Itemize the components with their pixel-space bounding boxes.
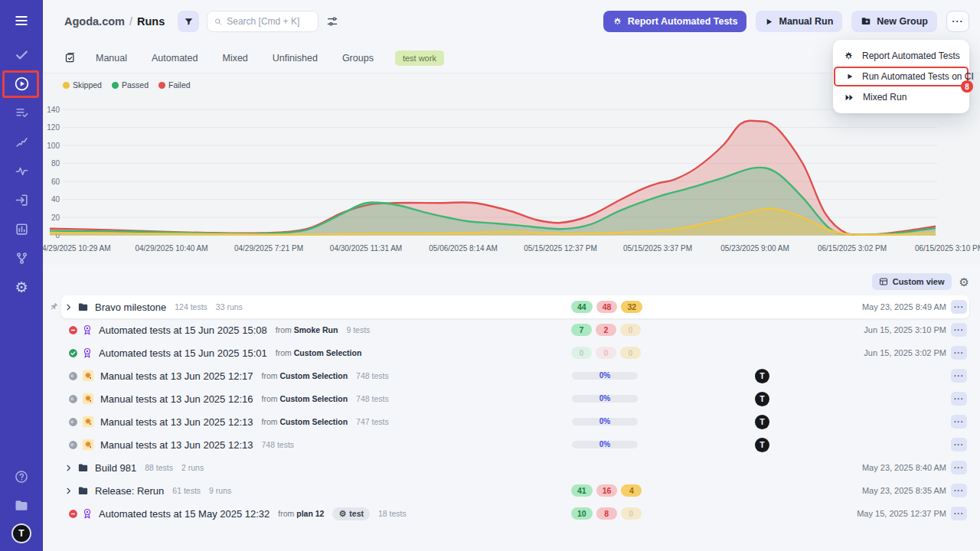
- chevron-right-icon[interactable]: [64, 487, 74, 495]
- new-group-button[interactable]: New Group: [851, 11, 937, 32]
- row-more-button[interactable]: ···: [951, 300, 967, 314]
- passed-badge: 44: [571, 301, 593, 313]
- user-circle-icon: [68, 417, 78, 427]
- annotation-step-badge: 8: [961, 80, 973, 93]
- skipped-badge: 0: [620, 324, 641, 336]
- tab-mixed[interactable]: Mixed: [222, 53, 247, 64]
- tests-count: 748 tests: [356, 394, 389, 403]
- assignee-avatar[interactable]: T: [755, 415, 769, 429]
- row-more-button[interactable]: ···: [951, 323, 967, 337]
- sidebar-item-runs[interactable]: [10, 72, 33, 95]
- tab-groups[interactable]: Groups: [342, 53, 374, 64]
- row-title: Release: Rerun: [95, 485, 164, 497]
- progress-label: 0%: [572, 440, 638, 448]
- pin-icon: [49, 302, 59, 311]
- sidebar-item-analytics[interactable]: [10, 217, 33, 240]
- profile-avatar[interactable]: T: [11, 523, 31, 543]
- row-more-button[interactable]: ···: [951, 369, 967, 383]
- tests-count: 9 tests: [346, 325, 370, 334]
- assignee-avatar[interactable]: T: [755, 369, 769, 383]
- user-circle-icon: [68, 394, 78, 404]
- search-input[interactable]: [227, 16, 311, 27]
- failed-badge: 2: [596, 324, 616, 336]
- row-date: Jun 15, 2025 3:10 PM: [864, 325, 946, 334]
- branch-icon: [15, 251, 29, 266]
- sidebar-item-tests[interactable]: [10, 43, 33, 66]
- progress-label: 0%: [572, 371, 638, 380]
- filter-settings-icon[interactable]: [326, 15, 338, 28]
- row-more-button[interactable]: ···: [951, 415, 967, 429]
- progress-bar: 0%: [572, 418, 638, 425]
- row-date: May 23, 2025 8:35 AM: [862, 486, 946, 495]
- custom-view-button[interactable]: Custom view: [872, 273, 952, 290]
- sidebar-item-milestones[interactable]: [10, 130, 33, 153]
- menu-item-mixed-run[interactable]: Mixed Run: [833, 87, 969, 107]
- assignee-avatar[interactable]: T: [755, 392, 769, 406]
- sparkle-gear-icon: [844, 51, 854, 61]
- menu-item-report-automated-tests[interactable]: Report Automated Tests: [833, 46, 969, 66]
- row-more-button[interactable]: ···: [951, 438, 967, 452]
- run-row[interactable]: Manual tests at 13 Jun 2025 12:13from Cu…: [61, 410, 969, 433]
- automated-run-icon: [82, 324, 93, 335]
- run-row[interactable]: Manual tests at 13 Jun 2025 12:17from Cu…: [61, 364, 969, 387]
- breadcrumb-project[interactable]: Agoda.com: [64, 15, 125, 28]
- user-circle-icon: [68, 371, 78, 381]
- chevron-right-icon[interactable]: [64, 464, 74, 472]
- sidebar-item-settings[interactable]: ⚙: [10, 276, 33, 298]
- row-more-button[interactable]: ···: [951, 461, 967, 474]
- runs-count: 33 runs: [216, 302, 243, 311]
- tests-count: 61 tests: [172, 486, 201, 495]
- passed-badge: 10: [571, 507, 593, 520]
- row-date: Jun 15, 2025 3:02 PM: [864, 348, 946, 357]
- row-date: May 15, 2025 12:37 PM: [857, 509, 946, 518]
- row-more-button[interactable]: ···: [951, 484, 967, 497]
- row-title: Automated tests at 15 May 2025 12:32: [99, 508, 270, 520]
- run-row[interactable]: Automated tests at 15 Jun 2025 15:01from…: [61, 341, 969, 364]
- result-badges: 41164: [571, 484, 642, 497]
- row-more-button[interactable]: ···: [951, 392, 967, 406]
- filter-button[interactable]: [178, 11, 199, 32]
- row-more-button[interactable]: ···: [951, 346, 967, 360]
- svg-text:80: 80: [51, 159, 60, 168]
- chevron-right-icon[interactable]: [64, 303, 74, 311]
- help-button[interactable]: [10, 465, 33, 488]
- folder-icon: [77, 485, 89, 497]
- manual-run-button[interactable]: Manual Run: [756, 11, 842, 32]
- folder-icon: [14, 498, 29, 514]
- box-arrow-icon: [15, 193, 29, 207]
- ellipsis-icon: ···: [952, 16, 964, 27]
- sidebar-item-branches[interactable]: [10, 246, 33, 269]
- tab-unfinished[interactable]: Unfinished: [273, 53, 318, 64]
- group-row[interactable]: Release: Rerun61 tests9 runs41164May 23,…: [61, 479, 969, 502]
- menu-item-run-automated-tests-on-ci[interactable]: Run Automated Tests on CI 8: [834, 67, 969, 86]
- run-row[interactable]: Automated tests at 15 May 2025 12:32from…: [61, 502, 969, 525]
- run-row[interactable]: Manual tests at 13 Jun 2025 12:13748 tes…: [61, 433, 969, 456]
- select-runs-icon[interactable]: [64, 52, 76, 64]
- more-actions-button[interactable]: ···: [946, 11, 969, 32]
- tab-automated[interactable]: Automated: [152, 53, 198, 64]
- row-more-button[interactable]: ···: [951, 507, 967, 520]
- pulse-icon: [15, 164, 29, 178]
- run-row[interactable]: Manual tests at 13 Jun 2025 12:16from Cu…: [61, 387, 969, 410]
- svg-text:40: 40: [51, 195, 60, 204]
- search-box[interactable]: [207, 11, 318, 32]
- sidebar-item-plans[interactable]: [10, 101, 33, 124]
- row-source: from Custom Selection: [261, 394, 348, 403]
- report-automated-tests-button[interactable]: Report Automated Tests: [603, 11, 747, 32]
- group-row[interactable]: Build 98188 tests2 runsMay 23, 2025 8:40…: [61, 456, 969, 479]
- view-settings-gear-icon[interactable]: ⚙: [959, 276, 969, 288]
- filter-tag[interactable]: test work: [395, 51, 444, 66]
- sidebar-item-projects[interactable]: [10, 494, 33, 517]
- assignee-avatar[interactable]: T: [755, 438, 769, 452]
- progress-bar: 0%: [572, 441, 638, 448]
- sidebar: ⚙ T: [0, 0, 43, 551]
- group-row[interactable]: Bravo milestone124 tests33 runs444832May…: [61, 295, 969, 318]
- tab-manual[interactable]: Manual: [96, 53, 127, 64]
- svg-text:06/15/2025 3:10 PM: 06/15/2025 3:10 PM: [915, 244, 980, 253]
- hamburger-menu-icon[interactable]: [10, 9, 33, 32]
- run-row[interactable]: Automated tests at 15 Jun 2025 15:08from…: [61, 318, 969, 341]
- sidebar-item-activity[interactable]: [10, 159, 33, 182]
- sidebar-item-imports[interactable]: [10, 188, 33, 211]
- svg-text:120: 120: [47, 123, 60, 132]
- manual-run-icon: [82, 370, 94, 382]
